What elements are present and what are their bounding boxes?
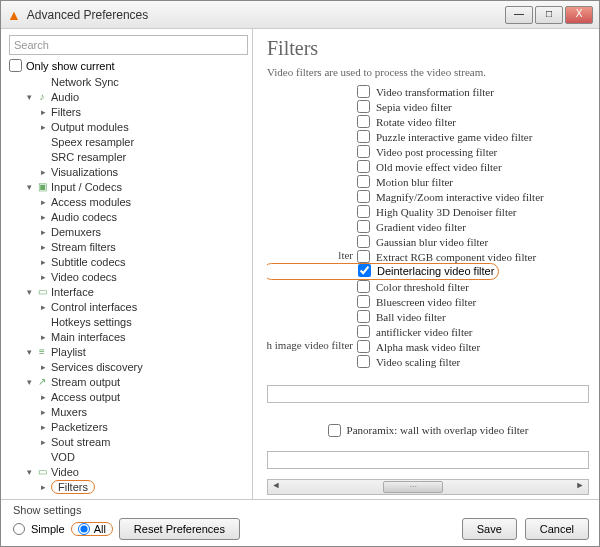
filter-checkbox[interactable] bbox=[358, 264, 371, 277]
filter-checkbox[interactable] bbox=[357, 100, 370, 113]
tree-twisty-icon[interactable] bbox=[37, 392, 49, 402]
tree-row[interactable]: Demuxers bbox=[9, 224, 248, 239]
tree-label: Audio bbox=[49, 91, 79, 103]
tree-row[interactable]: Video codecs bbox=[9, 269, 248, 284]
filter-row: Video transformation filter bbox=[267, 84, 589, 99]
filter-checkbox[interactable] bbox=[357, 235, 370, 248]
tree-twisty-icon[interactable] bbox=[37, 272, 49, 282]
tree-row[interactable]: Access modules bbox=[9, 194, 248, 209]
filter-checkbox[interactable] bbox=[357, 115, 370, 128]
tree-row[interactable]: ♪Audio bbox=[9, 89, 248, 104]
horizontal-scrollbar[interactable]: ◄ ► bbox=[267, 479, 589, 495]
close-button[interactable]: X bbox=[565, 6, 593, 24]
filter-text-field[interactable] bbox=[267, 385, 589, 403]
reset-button[interactable]: Reset Preferences bbox=[119, 518, 240, 540]
only-show-current-checkbox[interactable] bbox=[9, 59, 22, 72]
cancel-button[interactable]: Cancel bbox=[525, 518, 589, 540]
tree-row[interactable]: Visualizations bbox=[9, 164, 248, 179]
tree-twisty-icon[interactable] bbox=[37, 482, 49, 492]
minimize-button[interactable]: — bbox=[505, 6, 533, 24]
tree-row[interactable]: Stream filters bbox=[9, 239, 248, 254]
tree-twisty-icon[interactable] bbox=[37, 422, 49, 432]
filter-checkbox[interactable] bbox=[357, 220, 370, 233]
tree-row[interactable]: Audio codecs bbox=[9, 209, 248, 224]
filter-checkbox[interactable] bbox=[357, 280, 370, 293]
filter-checkbox[interactable] bbox=[357, 130, 370, 143]
tree-twisty-icon[interactable] bbox=[37, 407, 49, 417]
simple-radio[interactable] bbox=[13, 523, 25, 535]
filter-label: Gradient video filter bbox=[376, 221, 466, 233]
tree-twisty-icon[interactable] bbox=[37, 197, 49, 207]
save-button[interactable]: Save bbox=[462, 518, 517, 540]
tree-row[interactable]: Sout stream bbox=[9, 434, 248, 449]
search-input[interactable] bbox=[9, 35, 248, 55]
tree-row[interactable]: ▭Video bbox=[9, 464, 248, 479]
tree-row[interactable]: ▭Interface bbox=[9, 284, 248, 299]
tree-row[interactable]: Access output bbox=[9, 389, 248, 404]
filter-checkbox[interactable] bbox=[357, 340, 370, 353]
tree-twisty-icon[interactable] bbox=[37, 332, 49, 342]
tree-twisty-icon[interactable] bbox=[37, 242, 49, 252]
tree-label: Subtitle codecs bbox=[49, 256, 126, 268]
filter-checkbox[interactable] bbox=[357, 310, 370, 323]
tree-twisty-icon[interactable] bbox=[37, 437, 49, 447]
tree-row[interactable]: ▣Input / Codecs bbox=[9, 179, 248, 194]
tree-twisty-icon[interactable] bbox=[37, 227, 49, 237]
tree-twisty-icon[interactable] bbox=[37, 212, 49, 222]
tree-twisty-icon[interactable] bbox=[23, 92, 35, 102]
tree-row[interactable]: Network Sync bbox=[9, 74, 248, 89]
tree-label: Playlist bbox=[49, 346, 86, 358]
tree-twisty-icon[interactable] bbox=[23, 377, 35, 387]
tree-row[interactable]: ≡Playlist bbox=[9, 344, 248, 359]
tree-twisty-icon[interactable] bbox=[37, 167, 49, 177]
panoramix-text-field[interactable] bbox=[267, 451, 589, 469]
scroll-left-icon[interactable]: ◄ bbox=[268, 480, 284, 494]
panoramix-checkbox[interactable] bbox=[328, 424, 341, 437]
tree-row[interactable]: Subtitle codecs bbox=[9, 254, 248, 269]
tree-row[interactable]: Control interfaces bbox=[9, 299, 248, 314]
tree-twisty-icon[interactable] bbox=[23, 182, 35, 192]
scroll-thumb[interactable] bbox=[383, 481, 443, 493]
filter-label: Video transformation filter bbox=[376, 86, 494, 98]
filter-row: Sepia video filter bbox=[267, 99, 589, 114]
tree-row[interactable]: Muxers bbox=[9, 404, 248, 419]
filter-checkbox[interactable] bbox=[357, 145, 370, 158]
filter-checkbox[interactable] bbox=[357, 295, 370, 308]
tree-row[interactable]: Output modules bbox=[9, 494, 248, 495]
filter-checkbox[interactable] bbox=[357, 250, 370, 263]
tree-row[interactable]: Hotkeys settings bbox=[9, 314, 248, 329]
tree-twisty-icon[interactable] bbox=[37, 122, 49, 132]
tree-row[interactable]: VOD bbox=[9, 449, 248, 464]
tree-label: Audio codecs bbox=[49, 211, 117, 223]
filter-checkbox[interactable] bbox=[357, 85, 370, 98]
tree-twisty-icon[interactable] bbox=[23, 287, 35, 297]
tree-label: Hotkeys settings bbox=[49, 316, 132, 328]
all-radio[interactable] bbox=[78, 523, 90, 535]
truncated-label: h image video filter bbox=[267, 339, 353, 351]
filter-checkbox[interactable] bbox=[357, 190, 370, 203]
filter-checkbox[interactable] bbox=[357, 325, 370, 338]
filter-checkbox[interactable] bbox=[357, 355, 370, 368]
tree-row[interactable]: Output modules bbox=[9, 119, 248, 134]
scroll-right-icon[interactable]: ► bbox=[572, 480, 588, 494]
tree-row[interactable]: SRC resampler bbox=[9, 149, 248, 164]
maximize-button[interactable]: □ bbox=[535, 6, 563, 24]
filter-checkbox[interactable] bbox=[357, 175, 370, 188]
tree-row[interactable]: Packetizers bbox=[9, 419, 248, 434]
tree-twisty-icon[interactable] bbox=[37, 302, 49, 312]
tree-row[interactable]: Filters bbox=[9, 104, 248, 119]
tree-row[interactable]: Filters bbox=[9, 479, 248, 494]
tree-category-icon: ▭ bbox=[35, 466, 49, 477]
tree-row[interactable]: ↗Stream output bbox=[9, 374, 248, 389]
settings-tree[interactable]: Network Sync♪AudioFiltersOutput modulesS… bbox=[9, 74, 248, 495]
tree-row[interactable]: Services discovery bbox=[9, 359, 248, 374]
tree-row[interactable]: Main interfaces bbox=[9, 329, 248, 344]
tree-twisty-icon[interactable] bbox=[23, 347, 35, 357]
tree-twisty-icon[interactable] bbox=[23, 467, 35, 477]
filter-checkbox[interactable] bbox=[357, 160, 370, 173]
tree-twisty-icon[interactable] bbox=[37, 107, 49, 117]
tree-twisty-icon[interactable] bbox=[37, 257, 49, 267]
tree-row[interactable]: Speex resampler bbox=[9, 134, 248, 149]
filter-checkbox[interactable] bbox=[357, 205, 370, 218]
tree-twisty-icon[interactable] bbox=[37, 362, 49, 372]
